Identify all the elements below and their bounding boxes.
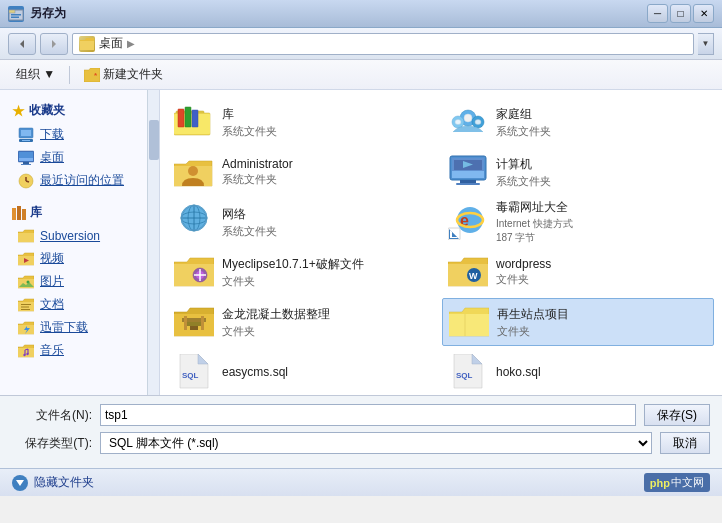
list-item[interactable]: Myeclipse10.7.1+破解文件 文件夹 <box>168 248 440 296</box>
list-item[interactable]: 计算机 系统文件夹 <box>442 148 714 196</box>
address-bar[interactable]: 桌面 ▶ <box>72 33 694 55</box>
svg-rect-71 <box>190 326 198 330</box>
library-section-title: 库 <box>0 200 159 225</box>
separator <box>69 66 70 84</box>
folder-concrete-icon <box>174 302 214 342</box>
list-item[interactable]: SQL easycms.sql <box>168 348 440 395</box>
file-type: 文件夹 <box>497 324 707 339</box>
file-name: 计算机 <box>496 156 708 173</box>
sidebar-item-video[interactable]: 视频 <box>0 247 159 270</box>
maximize-button[interactable]: □ <box>670 4 691 23</box>
svg-rect-2 <box>11 14 21 16</box>
svg-point-43 <box>188 166 198 176</box>
hide-folder-icon <box>12 475 28 491</box>
svg-text:SQL: SQL <box>456 371 473 380</box>
svg-rect-1 <box>9 10 15 13</box>
svg-line-18 <box>26 181 29 182</box>
list-item[interactable]: W wordpress 文件夹 <box>442 248 714 296</box>
svg-rect-27 <box>21 309 30 310</box>
sidebar-item-documents[interactable]: 文档 <box>0 293 159 316</box>
window-title: 另存为 <box>30 5 66 22</box>
thunder-icon <box>18 320 34 336</box>
file-name: 金龙混凝土数据整理 <box>222 306 434 323</box>
toolbar: 桌面 ▶ ▼ <box>0 28 722 60</box>
list-item[interactable]: Administrator 系统文件夹 <box>168 148 440 196</box>
svg-rect-8 <box>21 130 31 136</box>
svg-marker-4 <box>20 40 24 48</box>
file-type: 系统文件夹 <box>222 124 434 139</box>
svg-rect-48 <box>456 183 480 185</box>
file-name: 毒霸网址大全 <box>496 199 708 216</box>
sidebar-item-thunder[interactable]: 迅雷下载 <box>0 316 159 339</box>
list-item[interactable]: 家庭组 系统文件夹 <box>442 98 714 146</box>
svg-rect-14 <box>23 162 29 164</box>
svg-rect-19 <box>12 208 16 220</box>
address-text: 桌面 <box>99 35 123 52</box>
svg-rect-10 <box>22 140 30 141</box>
new-folder-button[interactable]: * 新建文件夹 <box>76 64 171 86</box>
list-item[interactable]: SQL hoko.sql <box>442 348 714 395</box>
file-name: 库 <box>222 106 434 123</box>
svg-rect-36 <box>192 110 198 127</box>
close-button[interactable]: ✕ <box>693 4 714 23</box>
title-bar: 另存为 ─ □ ✕ <box>0 0 722 28</box>
folder-eclipse-icon <box>174 252 214 292</box>
status-bar: 隐藏文件夹 php 中文网 <box>0 468 722 496</box>
window-controls: ─ □ ✕ <box>647 4 714 23</box>
sql-file-icon: SQL <box>174 352 214 392</box>
file-type: 文件夹 <box>496 272 708 287</box>
computer-icon <box>448 152 488 192</box>
sidebar-scrollbar[interactable] <box>147 90 159 395</box>
file-name: 再生站点项目 <box>497 306 707 323</box>
file-name: wordpress <box>496 257 708 271</box>
svg-rect-72 <box>184 316 187 330</box>
sidebar-item-download[interactable]: 下载 <box>0 123 159 146</box>
svg-text:SQL: SQL <box>182 371 199 380</box>
filename-label: 文件名(N): <box>12 407 92 424</box>
back-button[interactable] <box>8 33 36 55</box>
desktop-icon <box>18 150 34 166</box>
cancel-button[interactable]: 取消 <box>660 432 710 454</box>
svg-rect-73 <box>201 316 204 330</box>
filetype-select[interactable]: SQL 脚本文件 (*.sql) <box>100 432 652 454</box>
list-item[interactable]: 再生站点项目 文件夹 <box>442 298 714 346</box>
file-name: Myeclipse10.7.1+破解文件 <box>222 256 434 273</box>
sidebar-item-music[interactable]: 音乐 <box>0 339 159 362</box>
list-item[interactable]: 网络 系统文件夹 <box>168 198 440 246</box>
sidebar-item-recent[interactable]: 最近访问的位置 <box>0 169 159 192</box>
file-name: Administrator <box>222 157 434 171</box>
sidebar-item-subversion[interactable]: Subversion <box>0 225 159 247</box>
sidebar-scrollbar-thumb[interactable] <box>149 120 159 160</box>
address-arrow: ▶ <box>127 38 135 49</box>
save-button[interactable]: 保存(S) <box>644 404 710 426</box>
folder-wordpress-icon: W <box>448 252 488 292</box>
organize-button[interactable]: 组织 ▼ <box>8 64 63 86</box>
address-dropdown-button[interactable]: ▼ <box>698 33 714 55</box>
list-item[interactable]: 金龙混凝土数据整理 文件夹 <box>168 298 440 346</box>
music-icon <box>18 343 34 359</box>
filename-input[interactable] <box>100 404 636 426</box>
address-folder-icon <box>79 36 95 52</box>
svg-rect-3 <box>11 16 19 18</box>
video-icon <box>18 251 34 267</box>
list-item[interactable]: e 毒霸网址大全 Internet 快捷方式 187 字节 <box>442 198 714 246</box>
forward-button[interactable] <box>40 33 68 55</box>
file-type: 系统文件夹 <box>496 174 708 189</box>
list-item[interactable]: 库 系统文件夹 <box>168 98 440 146</box>
file-list: 库 系统文件夹 家庭组 系统文件夹 <box>160 90 722 395</box>
hide-folder-button[interactable]: 隐藏文件夹 <box>12 474 94 491</box>
sidebar-item-desktop[interactable]: 桌面 <box>0 146 159 169</box>
svg-marker-5 <box>52 40 56 48</box>
svg-marker-76 <box>16 480 24 486</box>
svg-text:W: W <box>469 271 478 281</box>
filetype-label: 保存类型(T): <box>12 435 92 452</box>
action-bar: 组织 ▼ * 新建文件夹 <box>0 60 722 90</box>
sql-file-icon-2: SQL <box>448 352 488 392</box>
sidebar: ★ 收藏夹 下载 桌面 <box>0 90 160 395</box>
library-folder-icon <box>174 102 214 142</box>
pictures-icon <box>18 274 34 290</box>
file-type: 系统文件夹 <box>496 124 708 139</box>
library-icon <box>12 206 26 220</box>
sidebar-item-pictures[interactable]: 图片 <box>0 270 159 293</box>
minimize-button[interactable]: ─ <box>647 4 668 23</box>
